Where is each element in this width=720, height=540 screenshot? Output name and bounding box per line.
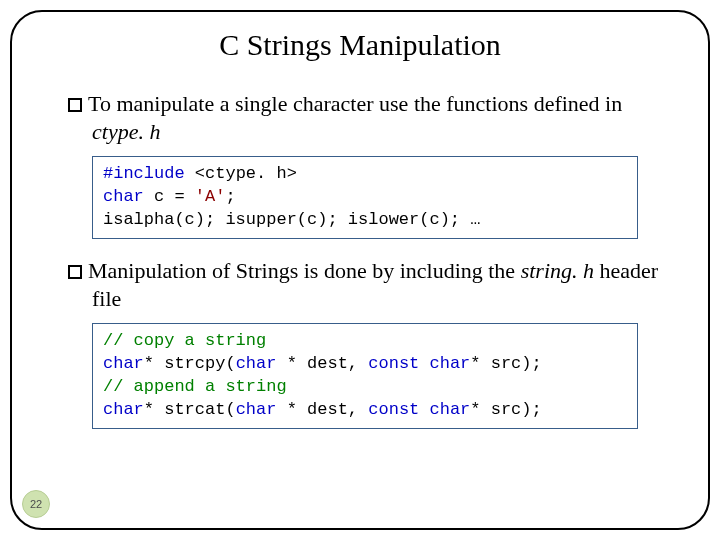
- bullet-2-text-b: string. h: [521, 258, 594, 283]
- code-line: isalpha(c); isupper(c); islower(c); …: [103, 209, 627, 232]
- code-line: // copy a string: [103, 330, 627, 353]
- code-keyword: char: [236, 400, 277, 419]
- code-line: char* strcpy(char * dest, const char* sr…: [103, 353, 627, 376]
- bullet-icon: [68, 98, 82, 112]
- code-text: * strcat(: [144, 400, 236, 419]
- code-text: c =: [144, 187, 195, 206]
- code-text: isalpha(c); isupper(c); islower(c); …: [103, 210, 480, 229]
- code-keyword: char: [103, 400, 144, 419]
- code-text: * dest,: [276, 354, 368, 373]
- code-block-2: // copy a string char* strcpy(char * des…: [92, 323, 638, 429]
- bullet-2: Manipulation of Strings is done by inclu…: [68, 257, 668, 313]
- bullet-1-text-b: ctype. h: [92, 119, 160, 144]
- code-line: // append a string: [103, 376, 627, 399]
- code-keyword: const char: [368, 400, 470, 419]
- code-text: * dest,: [276, 400, 368, 419]
- code-line: char c = 'A';: [103, 186, 627, 209]
- bullet-1-text-a: To manipulate a single character use the…: [88, 91, 622, 116]
- bullet-icon: [68, 265, 82, 279]
- code-text: * src);: [470, 354, 541, 373]
- code-keyword: char: [236, 354, 277, 373]
- page-number-badge: 22: [22, 490, 50, 518]
- code-block-1: #include <ctype. h> char c = 'A'; isalph…: [92, 156, 638, 239]
- code-string: 'A': [195, 187, 226, 206]
- code-line: char* strcat(char * dest, const char* sr…: [103, 399, 627, 422]
- code-keyword: #include: [103, 164, 185, 183]
- bullet-2-text-a: Manipulation of Strings is done by inclu…: [88, 258, 521, 283]
- bullet-1: To manipulate a single character use the…: [68, 90, 668, 146]
- code-line: #include <ctype. h>: [103, 163, 627, 186]
- code-keyword: char: [103, 354, 144, 373]
- code-text: * src);: [470, 400, 541, 419]
- code-text: <ctype. h>: [185, 164, 297, 183]
- code-comment: // append a string: [103, 377, 287, 396]
- code-keyword: const char: [368, 354, 470, 373]
- code-text: ;: [225, 187, 235, 206]
- slide-title: C Strings Manipulation: [22, 28, 698, 62]
- slide: C Strings Manipulation To manipulate a s…: [0, 0, 720, 540]
- code-text: * strcpy(: [144, 354, 236, 373]
- code-comment: // copy a string: [103, 331, 266, 350]
- code-keyword: char: [103, 187, 144, 206]
- page-number: 22: [30, 498, 42, 510]
